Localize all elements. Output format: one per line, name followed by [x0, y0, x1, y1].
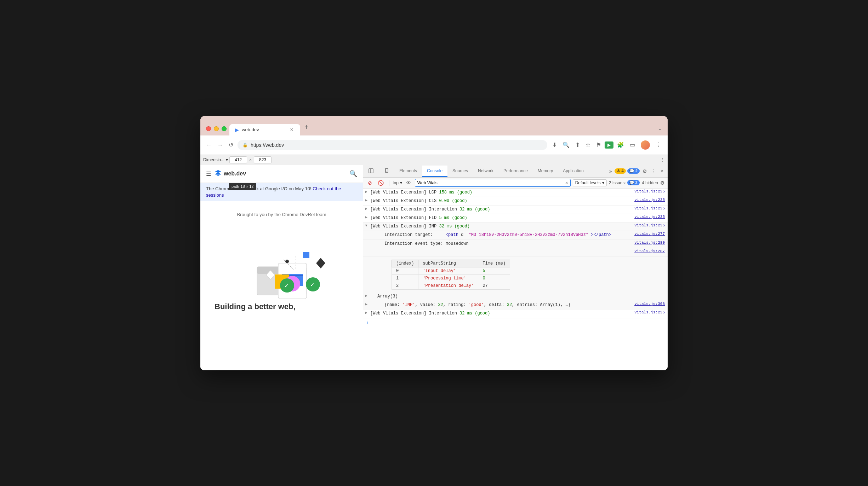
clear-filter-button[interactable]: ×: [565, 180, 568, 186]
file-link-fid[interactable]: vitals.js:235: [634, 215, 665, 219]
issues-count[interactable]: 2 Issues: 💬 2: [609, 180, 640, 185]
devtools-close-button[interactable]: ×: [659, 167, 665, 175]
forward-button[interactable]: →: [216, 140, 224, 150]
more-tabs-button[interactable]: »: [608, 167, 613, 175]
height-input[interactable]: [254, 156, 272, 163]
devtools-more-button[interactable]: ⋮: [650, 167, 658, 175]
hidden-count: 4 hidden: [642, 180, 658, 185]
width-input[interactable]: [229, 156, 247, 163]
lock-icon: 🔒: [242, 143, 248, 147]
tab-close-button[interactable]: ×: [289, 127, 295, 133]
info-badge[interactable]: 💬 2: [627, 168, 640, 174]
tab-inspect[interactable]: [363, 165, 379, 177]
svg-text:✓: ✓: [284, 283, 289, 289]
context-selector[interactable]: top ▾: [393, 180, 402, 185]
filter-input[interactable]: [417, 180, 565, 185]
inp-table: (index) subPartString Time (ms) 0 'Input…: [392, 260, 510, 290]
flag-button[interactable]: ⚑: [594, 139, 603, 150]
expand-icon-lcp[interactable]: ▶: [365, 190, 367, 194]
file-link-interaction2[interactable]: vitals.js:235: [634, 310, 665, 314]
console-content[interactable]: ▶ [Web Vitals Extension] LCP 158 ms (goo…: [363, 189, 668, 370]
maximize-button[interactable]: [222, 126, 227, 131]
table-row: 1 'Processing time' 0: [392, 275, 510, 282]
file-link-object[interactable]: vitals.js:308: [634, 302, 665, 306]
expand-icon-fid[interactable]: ▶: [365, 215, 367, 219]
file-link-cls[interactable]: vitals.js:235: [634, 198, 665, 202]
reload-button[interactable]: ↺: [227, 140, 235, 150]
table-cell-index-1: 1: [392, 275, 418, 282]
stop-recording-button[interactable]: ⊘: [366, 179, 374, 187]
issues-badge: 💬 2: [627, 180, 640, 185]
title-bar: ▶ web.dev × + ⌄: [200, 116, 668, 135]
tab-network[interactable]: Network: [473, 166, 498, 177]
inp-target-text: Interaction target: <path d= "M3 18h18v-…: [384, 232, 634, 238]
devtools-settings-button[interactable]: ⚙: [641, 167, 649, 175]
minimize-button[interactable]: [214, 126, 219, 131]
back-button[interactable]: ←: [205, 140, 213, 150]
devtools-tab-actions: » ⚠ 4 💬 2 ⚙ ⋮ ×: [608, 167, 668, 175]
filter-input-container[interactable]: ×: [415, 179, 571, 187]
address-bar[interactable]: 🔒 https://web.dev: [238, 140, 547, 150]
active-tab[interactable]: ▶ web.dev ×: [229, 124, 300, 135]
cursor-row[interactable]: ›: [363, 318, 668, 327]
svg-text:✓: ✓: [310, 282, 315, 288]
console-settings-icon[interactable]: ⚙: [660, 180, 665, 186]
extension-button[interactable]: ▶: [605, 141, 613, 149]
search-icon[interactable]: 🔍: [349, 170, 357, 178]
menu-icon[interactable]: ☰: [206, 170, 211, 177]
webdev-logo-text: web.dev: [224, 170, 246, 177]
star-button[interactable]: ☆: [583, 139, 593, 150]
levels-dropdown[interactable]: Default levels ▾: [573, 179, 607, 186]
warning-badge[interactable]: ⚠ 4: [615, 168, 626, 174]
file-link-blank[interactable]: vitals.js:287: [634, 249, 665, 253]
clear-console-button[interactable]: 🚫: [376, 179, 386, 187]
tooltip-label: path: [232, 184, 239, 189]
webdev-logo: web.dev: [215, 169, 246, 178]
tab-console[interactable]: Console: [422, 166, 447, 177]
tab-memory[interactable]: Memory: [533, 166, 558, 177]
more-button[interactable]: ⋮: [653, 139, 663, 150]
expand-icon-interaction2[interactable]: ▶: [365, 311, 367, 315]
file-link-interaction1[interactable]: vitals.js:235: [634, 206, 665, 210]
dropdown-icon[interactable]: ▾: [226, 157, 228, 162]
table-header-subpart: subPartString: [418, 260, 478, 267]
file-link-lcp[interactable]: vitals.js:235: [634, 189, 665, 193]
tab-performance[interactable]: Performance: [498, 166, 533, 177]
profile-avatar: [641, 140, 650, 150]
file-link-target[interactable]: vitals.js:277: [634, 232, 665, 236]
table-row: 0 'Input delay' 5: [392, 267, 510, 275]
expand-array-icon[interactable]: ▶: [365, 294, 367, 298]
puzzle-button[interactable]: 🧩: [615, 139, 626, 150]
notification-text: The Chrome team is back at Google I/O on…: [206, 186, 313, 191]
new-tab-button[interactable]: +: [302, 120, 312, 135]
table-cell-index-0: 0: [392, 267, 418, 275]
window-chevron-icon[interactable]: ⌄: [658, 126, 662, 131]
eye-icon-button[interactable]: 👁: [404, 179, 413, 187]
share-button[interactable]: ⬆: [573, 139, 582, 150]
sidebar-button[interactable]: ▭: [628, 139, 637, 150]
download-button[interactable]: ⬇: [550, 139, 559, 150]
tab-device[interactable]: [379, 165, 394, 177]
expand-object-icon[interactable]: ▶: [365, 302, 367, 306]
expand-icon-cls[interactable]: ▶: [365, 198, 367, 202]
main-toolbar: ← → ↺ 🔒 https://web.dev ⬇ 🔍 ⬆ ☆ ⚑ ▶ 🧩 ▭ …: [200, 135, 668, 155]
expand-icon-interaction1[interactable]: ▶: [365, 207, 367, 211]
context-label: top: [393, 180, 399, 185]
tooltip-box: path 18 × 12: [229, 183, 256, 190]
main-area: ☰ web.dev 🔍 path 18: [200, 165, 668, 370]
file-link-event[interactable]: vitals.js:280: [634, 241, 665, 245]
file-link-inp[interactable]: vitals.js:235: [634, 223, 665, 227]
levels-arrow-icon: ▾: [602, 180, 604, 185]
tab-elements[interactable]: Elements: [394, 166, 422, 177]
profile-button[interactable]: [639, 138, 652, 152]
zoom-button[interactable]: 🔍: [560, 139, 572, 150]
svg-rect-17: [369, 169, 373, 173]
console-text-interaction2: [Web Vitals Extension] Interaction 32 ms…: [370, 310, 634, 317]
expand-icon-inp[interactable]: ▶: [364, 225, 369, 227]
tab-application[interactable]: Application: [558, 166, 589, 177]
devtools-bar-more[interactable]: ⋮: [661, 157, 665, 162]
tab-sources[interactable]: Sources: [447, 166, 473, 177]
inp-table-container: (index) subPartString Time (ms) 0 'Input…: [363, 257, 668, 293]
close-button[interactable]: [206, 126, 211, 131]
table-cell-part-2: 'Presentation delay': [418, 282, 478, 290]
